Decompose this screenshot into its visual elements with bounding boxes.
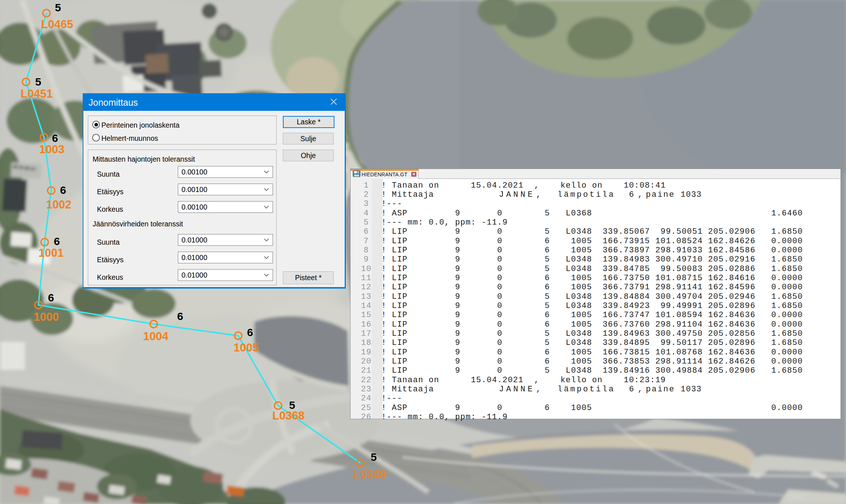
svg-text:1005: 1005 <box>233 341 259 354</box>
svg-text:1001: 1001 <box>38 247 64 259</box>
svg-text:L0368: L0368 <box>272 409 304 422</box>
svg-text:6: 6 <box>52 132 58 144</box>
svg-text:L0465: L0465 <box>41 18 73 31</box>
svg-text:6: 6 <box>48 292 54 304</box>
svg-text:1004: 1004 <box>143 330 169 343</box>
svg-text:5: 5 <box>371 451 377 463</box>
svg-text:1002: 1002 <box>46 198 71 211</box>
svg-text:5: 5 <box>35 76 41 88</box>
svg-text:L0348: L0348 <box>353 468 386 481</box>
svg-text:6: 6 <box>60 184 66 196</box>
svg-text:1000: 1000 <box>34 311 59 323</box>
svg-text:6: 6 <box>247 326 253 338</box>
svg-text:1003: 1003 <box>39 143 64 156</box>
svg-text:L0451: L0451 <box>20 87 53 100</box>
svg-text:6: 6 <box>177 310 183 322</box>
svg-text:5: 5 <box>55 1 61 14</box>
svg-text:6: 6 <box>54 235 60 247</box>
